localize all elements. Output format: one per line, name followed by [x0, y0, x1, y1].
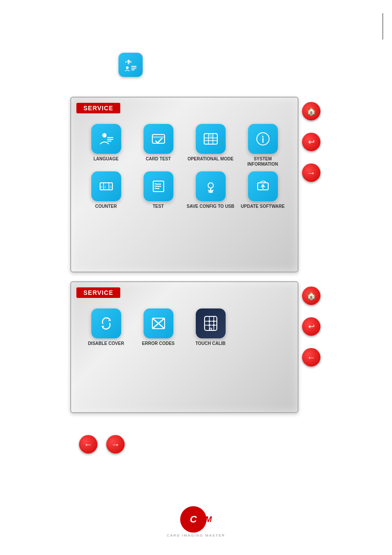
btn-operational-mode[interactable]: OPERATIONAL MODE [187, 124, 234, 167]
prev-icon-2: ← [307, 352, 316, 363]
svg-text:01: 01 [106, 134, 109, 137]
counter-icon: 0 1 0 [91, 171, 121, 201]
home-icon-2: 🏠 [306, 291, 316, 301]
operational-mode-icon [196, 124, 226, 154]
svg-rect-2 [128, 63, 129, 64]
svg-rect-10 [107, 137, 113, 138]
svg-rect-8 [131, 69, 135, 70]
btn-error-codes[interactable]: ERROR CODES [134, 308, 182, 346]
cim-logo-shape: C IM [180, 506, 212, 533]
back-icon-2: ↩ [308, 322, 315, 331]
update-software-label: UPDATE SOFTWARE [241, 204, 285, 209]
right-border [382, 13, 383, 40]
disable-cover-icon [91, 308, 121, 338]
service-label-1: SERVICE [76, 103, 120, 113]
svg-rect-16 [204, 134, 217, 144]
error-codes-label: ERROR CODES [142, 341, 174, 346]
btn-card-test[interactable]: CARD TEST [134, 124, 182, 167]
service-grid-1: 01 LANGUAGE CARD TEST [78, 120, 291, 214]
service-grid-2: DISABLE COVER ERROR CODES [78, 304, 291, 351]
svg-point-52 [209, 320, 210, 322]
language-icon: 01 [91, 124, 121, 154]
svg-text:0: 0 [101, 185, 102, 189]
btn-language[interactable]: 01 LANGUAGE [82, 124, 130, 167]
svg-rect-12 [107, 141, 111, 141]
home-button-1[interactable]: 🏠 [302, 102, 320, 120]
next-icon-1: → [307, 168, 316, 178]
back-button-1[interactable]: ↩ [302, 133, 320, 151]
btn-save-config[interactable]: SAVE CONFIG TO USB [187, 171, 234, 209]
system-info-label: SYSTEM INFORMATION [239, 156, 287, 167]
svg-rect-6 [131, 66, 137, 67]
test-label: TEST [153, 204, 164, 209]
svg-point-56 [209, 328, 212, 330]
svg-text:1: 1 [104, 185, 106, 189]
save-config-icon [196, 171, 226, 201]
svg-rect-11 [107, 139, 113, 140]
test-icon [144, 171, 173, 201]
back-icon-1: ↩ [308, 137, 315, 147]
svg-point-53 [213, 320, 215, 322]
home-icon-1: 🏠 [306, 106, 316, 116]
save-config-label: SAVE CONFIG TO USB [187, 204, 234, 209]
next-nav-button[interactable]: → [106, 435, 125, 453]
next-nav-icon: → [111, 439, 120, 450]
svg-point-54 [209, 324, 210, 326]
svg-rect-15 [152, 136, 165, 138]
update-software-icon [248, 171, 278, 201]
btn-disable-cover[interactable]: DISABLE COVER [82, 308, 130, 346]
btn-touch-calib[interactable]: TOUCH CALIB [187, 308, 234, 346]
card-test-icon [144, 124, 173, 154]
svg-point-27 [262, 136, 263, 138]
settings-icon[interactable] [119, 53, 143, 77]
btn-counter[interactable]: 0 1 0 COUNTER [82, 171, 130, 209]
back-button-2[interactable]: ↩ [302, 317, 320, 336]
service-label-2: SERVICE [76, 287, 120, 298]
btn-system-info[interactable]: i SYSTEM INFORMATION [239, 124, 287, 167]
language-label: LANGUAGE [94, 156, 119, 162]
cim-subtitle: CARD IMAGING MASTER [167, 533, 225, 537]
svg-rect-3 [126, 61, 126, 63]
counter-label: COUNTER [95, 204, 117, 209]
cim-text: IM [203, 515, 212, 524]
svg-rect-1 [128, 60, 129, 61]
system-info-icon: i [248, 124, 278, 154]
btn-test[interactable]: TEST [134, 171, 182, 209]
panel-2: SERVICE DISABLE COVER [70, 281, 298, 413]
card-test-label: CARD TEST [146, 156, 171, 162]
svg-text:0: 0 [110, 185, 111, 189]
svg-point-38 [208, 183, 213, 188]
svg-point-5 [126, 66, 129, 69]
top-icon-area [119, 53, 143, 77]
disable-cover-label: DISABLE COVER [88, 341, 124, 346]
error-codes-icon [144, 308, 173, 338]
svg-rect-7 [131, 68, 137, 69]
cim-circle-icon: C [180, 506, 207, 533]
btn-update-software[interactable]: UPDATE SOFTWARE [239, 171, 287, 209]
home-button-2[interactable]: 🏠 [302, 287, 320, 305]
touch-calib-label: TOUCH CALIB [195, 341, 226, 346]
cim-logo: C IM CARD IMAGING MASTER [167, 506, 225, 537]
panel-1: SERVICE 01 LANGUAGE [70, 97, 298, 272]
svg-rect-4 [130, 61, 131, 63]
svg-point-55 [213, 324, 215, 326]
next-button-1[interactable]: → [302, 163, 320, 182]
bottom-nav: ← → [79, 435, 125, 453]
touch-calib-icon [196, 308, 226, 338]
sidebar-2: 🏠 ↩ ← [302, 287, 320, 366]
operational-mode-label: OPERATIONAL MODE [187, 156, 234, 162]
prev-button-2[interactable]: ← [302, 348, 320, 366]
sidebar-1: 🏠 ↩ → [302, 102, 320, 182]
prev-nav-button[interactable]: ← [79, 435, 97, 453]
prev-nav-icon: ← [84, 439, 93, 450]
